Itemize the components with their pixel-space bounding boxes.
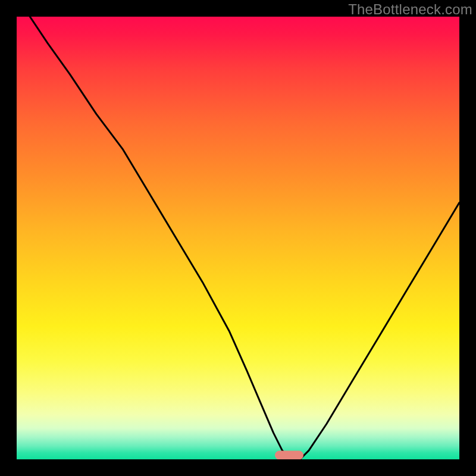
chart-frame: TheBottleneck.com xyxy=(0,0,476,476)
watermark-text: TheBottleneck.com xyxy=(348,1,472,18)
bottleneck-curve xyxy=(17,17,459,459)
optimal-point-marker xyxy=(275,450,303,459)
plot-area xyxy=(17,17,459,459)
